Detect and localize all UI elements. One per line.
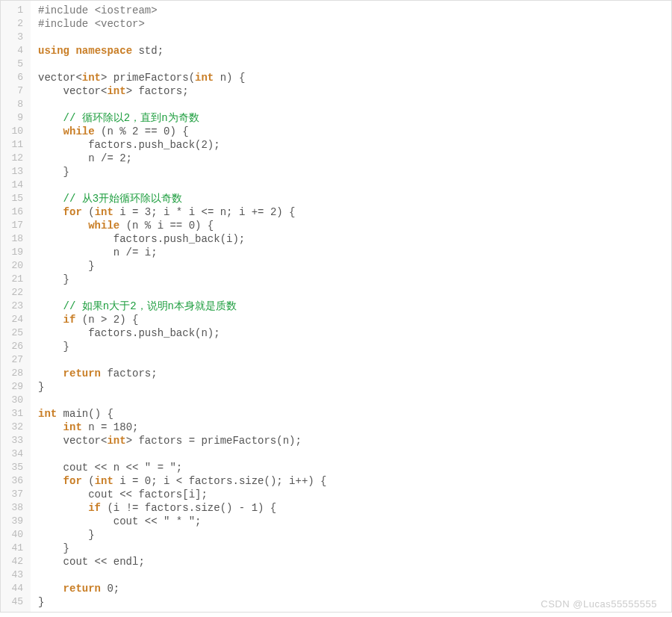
code-line: } [31,340,671,353]
code-line: cout << endl; [31,555,671,568]
code-line: return 0; [31,582,671,595]
line-number: 42 [1,555,31,568]
line-number: 37 [1,488,31,501]
code-line [31,98,671,111]
line-number: 31 [1,407,31,421]
code-line: vector<int> factors = primeFactors(n); [31,434,671,447]
code-line: #include <iostream> [31,4,671,17]
line-number: 28 [1,367,31,380]
line-number: 2 [1,17,31,31]
code-line: // 从3开始循环除以奇数 [31,192,671,205]
code-line: // 如果n大于2，说明n本身就是质数 [31,300,671,313]
line-number: 12 [1,152,31,165]
line-number: 1 [1,4,31,17]
code-line: } [31,542,671,555]
line-number-gutter: 1234567891011121314151617181920212223242… [1,1,31,612]
line-number: 36 [1,474,31,488]
line-number: 19 [1,246,31,259]
code-line: if (n > 2) { [31,313,671,326]
line-number: 34 [1,447,31,461]
line-number: 14 [1,179,31,192]
code-line: factors.push_back(n); [31,326,671,340]
code-line [31,58,671,71]
line-number: 21 [1,273,31,286]
line-number: 15 [1,192,31,205]
code-line [31,447,671,461]
code-line: for (int i = 0; i < factors.size(); i++)… [31,474,671,488]
code-line: #include <vector> [31,17,671,31]
code-line [31,394,671,407]
line-number: 18 [1,232,31,246]
line-number: 44 [1,582,31,595]
line-number: 22 [1,286,31,300]
line-number: 17 [1,219,31,232]
code-line: while (n % 2 == 0) { [31,125,671,138]
line-number: 41 [1,542,31,555]
code-line: vector<int> primeFactors(int n) { [31,71,671,84]
line-number: 8 [1,98,31,111]
code-line: vector<int> factors; [31,84,671,98]
code-line: while (n % i == 0) { [31,219,671,232]
line-number: 40 [1,528,31,542]
code-line: return factors; [31,367,671,380]
line-number: 16 [1,205,31,219]
line-number: 29 [1,380,31,394]
line-number: 45 [1,595,31,609]
code-line: cout << " * "; [31,515,671,528]
code-line: } [31,528,671,542]
code-content[interactable]: #include <iostream>#include <vector> usi… [31,1,671,612]
code-block: 1234567891011121314151617181920212223242… [0,0,672,613]
code-line [31,179,671,192]
code-line: n /= i; [31,246,671,259]
code-line [31,353,671,367]
code-line [31,568,671,582]
line-number: 13 [1,165,31,179]
line-number: 32 [1,421,31,434]
code-line: int main() { [31,407,671,421]
line-number: 27 [1,353,31,367]
code-line: cout << n << " = "; [31,461,671,474]
code-line: } [31,259,671,273]
code-line: factors.push_back(2); [31,138,671,152]
watermark: CSDN @Lucas55555555 [541,598,657,610]
line-number: 7 [1,84,31,98]
line-number: 10 [1,125,31,138]
line-number: 25 [1,326,31,340]
code-line: } [31,273,671,286]
code-line [31,31,671,44]
line-number: 33 [1,434,31,447]
code-line: if (i != factors.size() - 1) { [31,501,671,515]
line-number: 30 [1,394,31,407]
code-line: // 循环除以2，直到n为奇数 [31,111,671,125]
line-number: 38 [1,501,31,515]
line-number: 26 [1,340,31,353]
line-number: 23 [1,300,31,313]
line-number: 39 [1,515,31,528]
line-number: 5 [1,58,31,71]
code-line [31,286,671,300]
line-number: 11 [1,138,31,152]
line-number: 6 [1,71,31,84]
line-number: 3 [1,31,31,44]
line-number: 24 [1,313,31,326]
line-number: 9 [1,111,31,125]
code-line: } [31,380,671,394]
line-number: 35 [1,461,31,474]
line-number: 43 [1,568,31,582]
code-line: using namespace std; [31,44,671,58]
code-line: factors.push_back(i); [31,232,671,246]
line-number: 20 [1,259,31,273]
code-line: n /= 2; [31,152,671,165]
code-line: for (int i = 3; i * i <= n; i += 2) { [31,205,671,219]
code-line: int n = 180; [31,421,671,434]
code-line: cout << factors[i]; [31,488,671,501]
code-line: } [31,165,671,179]
line-number: 4 [1,44,31,58]
